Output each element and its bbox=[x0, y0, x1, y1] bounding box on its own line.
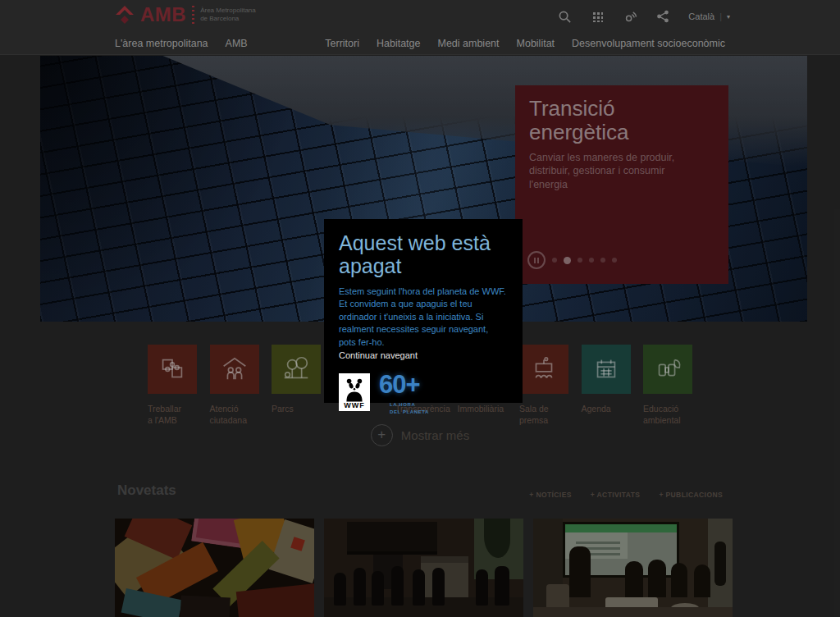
news-cards bbox=[115, 519, 733, 617]
language-separator: | bbox=[719, 11, 722, 21]
nav-item-mobilitat[interactable]: Mobilitat bbox=[517, 38, 555, 49]
wwf-logo: WWF bbox=[339, 373, 370, 411]
carousel-dot-2[interactable] bbox=[564, 257, 571, 264]
carousel-dot-5[interactable] bbox=[600, 258, 605, 263]
main-nav: L'àrea metropolitana AMB Territori Habit… bbox=[0, 33, 840, 55]
header-actions: Català | ▾ bbox=[557, 0, 730, 33]
tagline-line1: Àrea Metropolitana bbox=[200, 7, 256, 15]
carousel-dot-6[interactable] bbox=[612, 258, 617, 263]
service-parcs[interactable]: Parcs bbox=[272, 345, 321, 426]
share-icon[interactable] bbox=[655, 9, 670, 24]
modal-title: Aquest web està apagat bbox=[339, 232, 508, 277]
puzzle-icon bbox=[157, 354, 188, 385]
header: AMB Àrea Metropolitana de Barcelona bbox=[0, 0, 840, 33]
news-links: + NOTÍCIES + ACTIVITATS + PUBLICACIONS bbox=[529, 491, 723, 499]
service-educacio-ambiental[interactable]: Educacióambiental bbox=[643, 345, 692, 426]
earth-hour-60-logo: 60+ LA HORA DEL PLANETA bbox=[379, 373, 429, 416]
amb-logo-mark bbox=[115, 5, 135, 25]
sixty-plus-text: 60+ bbox=[379, 373, 429, 396]
logo-tagline: Àrea Metropolitana de Barcelona bbox=[200, 7, 256, 23]
service-label: Treballara l'AMB bbox=[148, 404, 197, 426]
language-label: Català bbox=[688, 11, 714, 21]
calendar-icon bbox=[591, 354, 622, 385]
language-selector[interactable]: Català | ▾ bbox=[688, 11, 730, 21]
amb-homepage: AMB Àrea Metropolitana de Barcelona bbox=[0, 0, 840, 617]
continue-browsing-link[interactable]: Continuar navegant bbox=[339, 350, 508, 360]
modal-logos: WWF 60+ LA HORA DEL PLANETA bbox=[339, 373, 508, 416]
service-agenda[interactable]: Agenda bbox=[582, 345, 631, 426]
logo-text: AMB bbox=[140, 5, 186, 25]
binoculars-leaf-icon bbox=[652, 354, 683, 385]
carousel-pause-button[interactable] bbox=[527, 251, 546, 269]
modal-body-text: Estem seguint l'hora del planeta de WWF.… bbox=[339, 286, 508, 349]
logo-divider bbox=[192, 6, 194, 24]
service-atencio-ciutadana[interactable]: Atencióciutadana bbox=[210, 345, 259, 426]
press-room-icon bbox=[528, 354, 559, 385]
wwf-logo-text: WWF bbox=[344, 402, 365, 409]
wwf-panda-icon bbox=[341, 377, 368, 402]
link-activitats[interactable]: + ACTIVITATS bbox=[591, 491, 641, 499]
service-treballar-amb[interactable]: Treballara l'AMB bbox=[148, 345, 197, 426]
family-home-icon bbox=[219, 354, 250, 385]
link-noticies[interactable]: + NOTÍCIES bbox=[529, 491, 571, 499]
carousel-dot-4[interactable] bbox=[589, 258, 594, 263]
nav-item-medi-ambient[interactable]: Medi ambient bbox=[437, 38, 499, 49]
news-section-title: Novetats bbox=[117, 482, 176, 499]
nav-item-amb[interactable]: AMB bbox=[226, 38, 248, 49]
nav-item-area-metropolitana[interactable]: L'àrea metropolitana bbox=[115, 38, 208, 49]
service-label: Sala de premsa bbox=[519, 404, 568, 426]
chevron-down-icon: ▾ bbox=[727, 13, 730, 21]
show-more-label: Mostrar més bbox=[401, 428, 469, 442]
news-card-books-pile[interactable] bbox=[115, 519, 314, 617]
service-label: Parcs bbox=[272, 404, 321, 415]
service-label: Educacióambiental bbox=[643, 404, 692, 426]
nav-item-desenvolupament[interactable]: Desenvolupament socioeconòmic bbox=[572, 38, 725, 49]
service-sala-de-premsa[interactable]: Sala de premsa bbox=[519, 345, 568, 426]
carousel-dot-3[interactable] bbox=[578, 258, 582, 263]
earth-hour-modal: Aquest web està apagat Estem seguint l'h… bbox=[324, 219, 523, 403]
hero-slide-subtitle: Canviar les maneres de produir, distribu… bbox=[529, 151, 701, 191]
news-card-panel-discussion[interactable] bbox=[533, 519, 733, 617]
carousel-controls bbox=[527, 251, 617, 269]
plus-circle-icon: + bbox=[371, 424, 393, 446]
service-label: Atencióciutadana bbox=[210, 404, 259, 426]
carousel-dot-1[interactable] bbox=[552, 258, 557, 263]
carousel-dots bbox=[552, 257, 617, 264]
trees-icon bbox=[281, 354, 312, 385]
apps-grid-icon[interactable] bbox=[590, 9, 605, 24]
search-icon[interactable] bbox=[557, 9, 572, 24]
news-card-street-group[interactable] bbox=[324, 519, 523, 617]
hero-slide-energy-transition[interactable]: Transició energètica Canviar les maneres… bbox=[515, 85, 728, 284]
link-publicacions[interactable]: + PUBLICACIONS bbox=[659, 491, 723, 499]
amb-logo[interactable]: AMB Àrea Metropolitana de Barcelona bbox=[115, 5, 256, 25]
listen-icon[interactable] bbox=[623, 9, 637, 24]
hero-slide-title: Transició energètica bbox=[529, 97, 714, 144]
earth-hour-caption: LA HORA DEL PLANETA bbox=[390, 401, 429, 416]
nav-item-territori[interactable]: Territori bbox=[325, 38, 359, 49]
tagline-line2: de Barcelona bbox=[200, 15, 256, 23]
nav-item-habitatge[interactable]: Habitatge bbox=[377, 38, 421, 49]
service-label: Agenda bbox=[582, 404, 631, 415]
show-more-button[interactable]: + Mostrar més bbox=[0, 424, 840, 446]
